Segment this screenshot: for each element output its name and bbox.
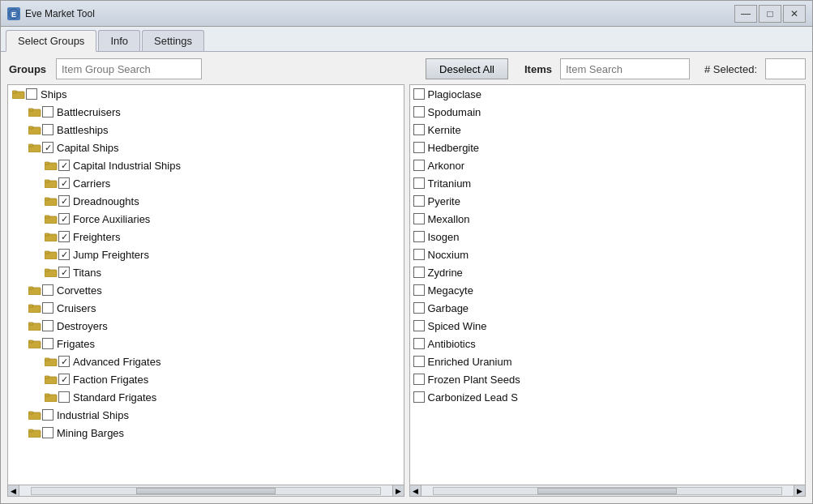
h-scroll-thumb[interactable]	[136, 488, 276, 494]
tree-item-corvettes[interactable]: Corvettes	[8, 281, 404, 299]
list-item-hedbergite[interactable]: Hedbergite	[410, 139, 806, 156]
groups-h-scrollbar[interactable]: ◀ ▶	[8, 485, 404, 496]
items-h-scroll-thumb[interactable]	[537, 488, 677, 494]
list-item-mexallon[interactable]: Mexallon	[410, 210, 806, 228]
list-item-frozen-plant-seeds[interactable]: Frozen Plant Seeds	[410, 370, 806, 388]
checkbox-mining-barges[interactable]	[42, 427, 53, 438]
checkbox-antibiotics[interactable]	[413, 338, 425, 349]
checkbox-plagioclase[interactable]	[413, 88, 425, 100]
checkbox-corvettes[interactable]	[42, 284, 53, 296]
checkbox-tritanium[interactable]	[413, 177, 425, 189]
checkbox-isogen[interactable]	[413, 231, 425, 242]
tree-item-capital-ships[interactable]: ✓ Capital Ships	[8, 139, 404, 156]
checkbox-standard-frigates[interactable]	[58, 391, 70, 403]
tree-item-industrial-ships[interactable]: Industrial Ships	[8, 406, 404, 424]
tab-settings[interactable]: Settings	[142, 30, 204, 51]
tree-item-faction-frigates[interactable]: ✓ Faction Frigates	[8, 370, 404, 388]
list-item-isogen[interactable]: Isogen	[410, 228, 806, 246]
groups-scroll-area[interactable]: Ships Battlecruisers	[8, 85, 404, 485]
svg-text:E: E	[11, 11, 16, 19]
list-item-spiced-wine[interactable]: Spiced Wine	[410, 317, 806, 335]
items-h-scrollbar[interactable]: ◀ ▶	[410, 485, 806, 496]
checkbox-battlecruisers[interactable]	[42, 106, 53, 117]
checkbox-frozen-plant-seeds[interactable]	[413, 374, 425, 385]
tree-item-force-auxiliaries[interactable]: ✓ Force Auxiliaries	[8, 210, 404, 228]
list-item-zydrine[interactable]: Zydrine	[410, 263, 806, 281]
items-h-scroll-track[interactable]	[433, 487, 783, 495]
list-item-nocxium[interactable]: Nocxium	[410, 246, 806, 263]
list-item-garbage[interactable]: Garbage	[410, 299, 806, 317]
checkbox-carbonized-lead-s[interactable]	[413, 391, 425, 403]
list-item-antibiotics[interactable]: Antibiotics	[410, 335, 806, 352]
tree-item-jump-freighters[interactable]: ✓ Jump Freighters	[8, 246, 404, 263]
checkbox-pyerite[interactable]	[413, 195, 425, 207]
checkbox-dreadnoughts[interactable]: ✓	[58, 195, 70, 207]
list-item-enriched-uranium[interactable]: Enriched Uranium	[410, 352, 806, 370]
tree-item-mining-barges[interactable]: Mining Barges	[8, 424, 404, 442]
list-item-carbonized-lead-s[interactable]: Carbonized Lead S	[410, 388, 806, 406]
selected-count-input[interactable]: 160	[765, 58, 806, 79]
tree-item-capital-industrial[interactable]: ✓ Capital Industrial Ships	[8, 156, 404, 174]
tree-item-carriers[interactable]: ✓ Carriers	[8, 174, 404, 192]
main-content: Groups Deselect All Items # Selected: 16…	[1, 52, 812, 503]
checkbox-destroyers[interactable]	[42, 320, 53, 331]
checkbox-ships[interactable]	[26, 88, 37, 100]
deselect-all-button[interactable]: Deselect All	[426, 58, 508, 79]
minimize-button[interactable]: —	[734, 5, 757, 23]
checkbox-battleships[interactable]	[42, 124, 53, 135]
selected-label: # Selected:	[704, 63, 757, 75]
checkbox-arkonor[interactable]	[413, 160, 425, 171]
tree-item-titans[interactable]: ✓ Titans	[8, 263, 404, 281]
checkbox-titans[interactable]: ✓	[58, 267, 70, 278]
checkbox-enriched-uranium[interactable]	[413, 356, 425, 367]
checkbox-megacyte[interactable]	[413, 284, 425, 296]
checkbox-cruisers[interactable]	[42, 302, 53, 314]
checkbox-frigates[interactable]	[42, 338, 53, 349]
checkbox-spiced-wine[interactable]	[413, 320, 425, 331]
label-destroyers: Destroyers	[57, 320, 108, 332]
checkbox-force-auxiliaries[interactable]: ✓	[58, 213, 70, 224]
checkbox-spodumain[interactable]	[413, 106, 425, 117]
items-scroll-area[interactable]: Plagioclase Spodumain Kernite Hedbergite	[410, 85, 806, 485]
h-scroll-track[interactable]	[31, 487, 381, 495]
checkbox-nocxium[interactable]	[413, 249, 425, 260]
tab-select-groups[interactable]: Select Groups	[6, 30, 96, 52]
checkbox-hedbergite[interactable]	[413, 142, 425, 153]
svg-rect-37	[45, 394, 49, 396]
list-item-megacyte[interactable]: Megacyte	[410, 281, 806, 299]
close-button[interactable]: ✕	[783, 5, 806, 23]
tree-item-ships[interactable]: Ships	[8, 85, 404, 103]
tree-item-standard-frigates[interactable]: Standard Frigates	[8, 388, 404, 406]
list-item-kernite[interactable]: Kernite	[410, 121, 806, 139]
checkbox-zydrine[interactable]	[413, 267, 425, 278]
maximize-button[interactable]: □	[759, 5, 781, 23]
checkbox-industrial-ships[interactable]	[42, 409, 53, 421]
tree-item-dreadnoughts[interactable]: ✓ Dreadnoughts	[8, 192, 404, 210]
list-item-pyerite[interactable]: Pyerite	[410, 192, 806, 210]
checkbox-advanced-frigates[interactable]: ✓	[58, 356, 70, 367]
checkbox-jump-freighters[interactable]: ✓	[58, 249, 70, 260]
checkbox-capital-ships[interactable]: ✓	[42, 142, 53, 153]
list-item-arkonor[interactable]: Arkonor	[410, 156, 806, 174]
tree-item-destroyers[interactable]: Destroyers	[8, 317, 404, 335]
checkbox-capital-industrial[interactable]: ✓	[58, 160, 70, 171]
tree-item-cruisers[interactable]: Cruisers	[8, 299, 404, 317]
tree-item-battlecruisers[interactable]: Battlecruisers	[8, 103, 404, 121]
list-item-tritanium[interactable]: Tritanium	[410, 174, 806, 192]
item-search-input[interactable]	[560, 58, 690, 79]
groups-label: Groups	[7, 63, 48, 75]
list-item-spodumain[interactable]: Spodumain	[410, 103, 806, 121]
checkbox-kernite[interactable]	[413, 124, 425, 135]
list-item-plagioclase[interactable]: Plagioclase	[410, 85, 806, 103]
group-search-input[interactable]	[56, 58, 202, 79]
checkbox-faction-frigates[interactable]: ✓	[58, 374, 70, 385]
tree-item-battleships[interactable]: Battleships	[8, 121, 404, 139]
tab-info[interactable]: Info	[98, 30, 140, 51]
tree-item-freighters[interactable]: ✓ Freighters	[8, 228, 404, 246]
tree-item-advanced-frigates[interactable]: ✓ Advanced Frigates	[8, 352, 404, 370]
checkbox-mexallon[interactable]	[413, 213, 425, 224]
checkbox-carriers[interactable]: ✓	[58, 177, 70, 189]
checkbox-freighters[interactable]: ✓	[58, 231, 70, 242]
tree-item-frigates[interactable]: Frigates	[8, 335, 404, 352]
checkbox-garbage[interactable]	[413, 302, 425, 314]
